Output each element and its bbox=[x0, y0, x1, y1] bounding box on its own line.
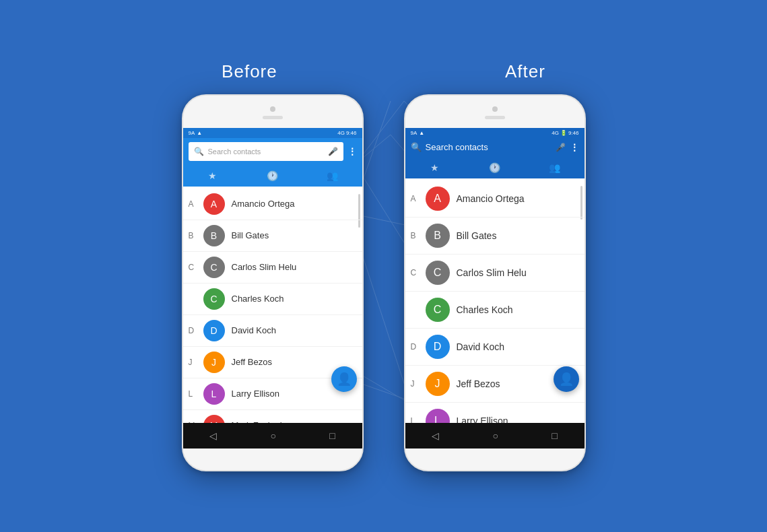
avatar: D bbox=[203, 320, 225, 341]
tab-contacts-before[interactable]: 👥 bbox=[302, 165, 362, 189]
section-letter: B bbox=[189, 231, 201, 240]
section-letter: L bbox=[189, 389, 201, 399]
list-item[interactable]: BBBill Gates bbox=[183, 220, 362, 252]
tab-favorites-before[interactable]: ★ bbox=[183, 165, 243, 187]
tab-recents-before[interactable]: 🕐 bbox=[242, 165, 302, 187]
avatar: L bbox=[426, 409, 450, 423]
list-item[interactable]: CCCarlos Slim Helu bbox=[183, 252, 362, 284]
camera-before bbox=[270, 106, 275, 112]
contact-name: Amancio Ortega bbox=[457, 193, 525, 204]
after-phone: 9A ▲ 4G 🔋 9:46 🔍 Search contacts 🎤 ⋮ ★ � bbox=[404, 94, 586, 471]
phone-bottom-after bbox=[405, 448, 585, 470]
search-placeholder-before: Search contacts bbox=[208, 147, 261, 156]
avatar: C bbox=[426, 298, 450, 322]
section-letter: B bbox=[411, 231, 423, 240]
contact-name: Charles Koch bbox=[457, 304, 513, 315]
avatar: M bbox=[203, 415, 225, 423]
contact-name: Bill Gates bbox=[232, 230, 269, 240]
list-item[interactable]: DDDavid Koch bbox=[405, 329, 585, 366]
avatar: D bbox=[426, 335, 450, 359]
avatar: A bbox=[203, 193, 225, 215]
section-letter: A bbox=[411, 194, 423, 203]
nav-home-before[interactable]: ○ bbox=[271, 430, 276, 441]
list-item[interactable]: MMMark Zuckerberg bbox=[183, 410, 362, 423]
section-letter: J bbox=[411, 379, 423, 389]
contact-name: Carlos Slim Helu bbox=[457, 267, 527, 278]
tabs-after: ★ 🕐 👥 bbox=[405, 157, 585, 180]
search-bar-after: 🔍 Search contacts 🎤 ⋮ bbox=[405, 138, 585, 157]
contact-name: Jeff Bezos bbox=[232, 357, 272, 367]
phones-container: 9A ▲ 4G 9:46 🔍 Search contacts 🎤 ⋮ bbox=[182, 94, 586, 471]
section-letter: D bbox=[189, 326, 201, 335]
mic-icon-after: 🎤 bbox=[556, 143, 566, 152]
nav-back-after[interactable]: ◁ bbox=[432, 430, 439, 441]
carrier-before: 9A bbox=[189, 130, 195, 136]
status-left-before: 9A ▲ bbox=[189, 130, 203, 136]
list-item[interactable]: CCCarlos Slim Helu bbox=[405, 255, 585, 292]
nav-square-after[interactable]: □ bbox=[552, 430, 557, 441]
contact-name: Carlos Slim Helu bbox=[232, 262, 297, 272]
after-label: After bbox=[505, 61, 545, 82]
tab-favorites-after[interactable]: ★ bbox=[405, 157, 465, 178]
list-item[interactable]: CCharles Koch bbox=[183, 284, 362, 315]
search-input-before[interactable]: 🔍 Search contacts 🎤 bbox=[189, 142, 343, 161]
section-letter: C bbox=[189, 263, 201, 272]
camera-after bbox=[492, 106, 498, 112]
more-icon-after[interactable]: ⋮ bbox=[570, 142, 579, 153]
list-item[interactable]: DDDavid Koch bbox=[183, 315, 362, 347]
time-before: 9:46 bbox=[346, 130, 357, 136]
battery-icon: 🔋 bbox=[560, 130, 567, 136]
list-item[interactable]: CCharles Koch bbox=[405, 292, 585, 329]
phone-bottom-before bbox=[183, 448, 362, 470]
nav-bar-after: ◁ ○ □ bbox=[405, 423, 585, 448]
before-phone: 9A ▲ 4G 9:46 🔍 Search contacts 🎤 ⋮ bbox=[182, 94, 364, 471]
section-letter: L bbox=[411, 416, 423, 423]
fab-after[interactable]: 👤 bbox=[554, 366, 579, 392]
nav-bar-before: ◁ ○ □ bbox=[183, 423, 362, 448]
contact-name: Amancio Ortega bbox=[232, 199, 295, 209]
avatar: C bbox=[426, 261, 450, 285]
list-item[interactable]: AAAmancio Ortega bbox=[405, 180, 585, 218]
avatar: C bbox=[203, 257, 225, 278]
search-placeholder-after: Search contacts bbox=[426, 142, 488, 152]
nav-home-after[interactable]: ○ bbox=[493, 430, 498, 441]
fab-before[interactable]: 👤 bbox=[331, 366, 357, 392]
signal-before: 4G bbox=[337, 130, 345, 136]
avatar: J bbox=[426, 372, 450, 396]
avatar: L bbox=[203, 383, 225, 405]
tabs-before: ★ 🕐 👥 bbox=[183, 165, 362, 189]
contact-name: David Koch bbox=[232, 325, 276, 335]
phone-top-before bbox=[183, 96, 362, 128]
section-letter: C bbox=[411, 268, 423, 277]
status-bar-after: 9A ▲ 4G 🔋 9:46 bbox=[405, 128, 585, 138]
avatar: B bbox=[426, 224, 450, 248]
screen-before: 9A ▲ 4G 9:46 🔍 Search contacts 🎤 ⋮ bbox=[183, 128, 362, 423]
tab-contacts-after[interactable]: 👥 bbox=[525, 157, 585, 180]
more-icon-before[interactable]: ⋮ bbox=[347, 146, 357, 157]
avatar: B bbox=[203, 225, 225, 246]
nav-back-before[interactable]: ◁ bbox=[209, 430, 217, 441]
avatar: A bbox=[426, 187, 450, 211]
mic-icon-before: 🎤 bbox=[328, 147, 338, 156]
speaker-before bbox=[263, 116, 283, 119]
contact-name: Larry Ellison bbox=[232, 389, 280, 399]
contact-name: Charles Koch bbox=[232, 294, 284, 304]
list-item[interactable]: LLLarry Ellison bbox=[405, 403, 585, 423]
section-letter: M bbox=[189, 421, 201, 423]
list-item[interactable]: AAAmancio Ortega bbox=[183, 189, 362, 220]
status-right-before: 4G 9:46 bbox=[337, 130, 356, 136]
avatar: C bbox=[203, 288, 225, 310]
avatar: J bbox=[203, 352, 225, 373]
contact-name: Larry Ellison bbox=[457, 415, 508, 423]
carrier-after: 9A bbox=[411, 130, 418, 136]
time-after: 9:46 bbox=[568, 130, 579, 136]
speaker-after bbox=[485, 116, 505, 119]
nav-square-before[interactable]: □ bbox=[329, 430, 335, 441]
tab-recents-after[interactable]: 🕐 bbox=[465, 157, 525, 178]
wifi-icon: ▲ bbox=[197, 130, 202, 136]
search-bar-before: 🔍 Search contacts 🎤 ⋮ bbox=[183, 138, 362, 165]
status-left-after: 9A ▲ bbox=[411, 130, 425, 136]
list-item[interactable]: BBBill Gates bbox=[405, 218, 585, 255]
screen-after: 9A ▲ 4G 🔋 9:46 🔍 Search contacts 🎤 ⋮ ★ � bbox=[405, 128, 585, 423]
section-letter: J bbox=[189, 358, 201, 367]
